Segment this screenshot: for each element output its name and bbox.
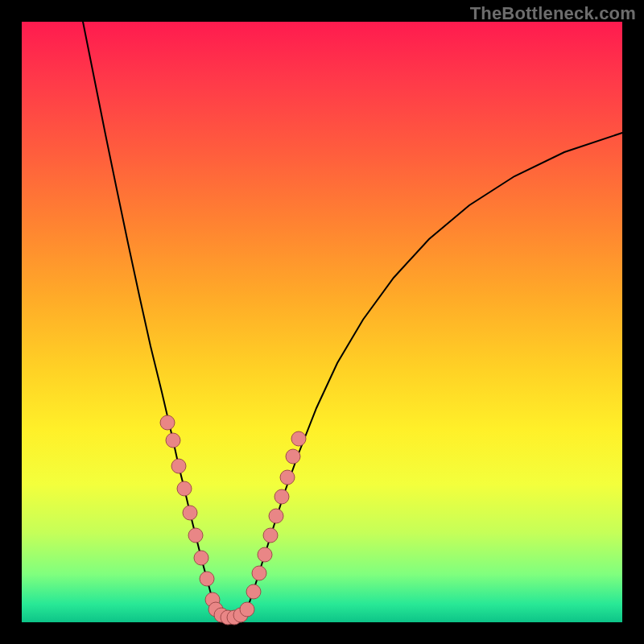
data-point bbox=[246, 584, 261, 599]
chart-stage: TheBottleneck.com bbox=[0, 0, 644, 644]
data-point bbox=[286, 449, 300, 464]
data-point bbox=[171, 459, 186, 473]
data-point bbox=[194, 551, 208, 565]
data-point bbox=[275, 489, 289, 504]
data-point bbox=[240, 602, 254, 617]
plot-area bbox=[22, 22, 622, 622]
data-point bbox=[280, 470, 295, 485]
data-point bbox=[252, 566, 266, 580]
data-point bbox=[188, 528, 203, 543]
data-point bbox=[258, 547, 272, 562]
data-points bbox=[160, 415, 306, 625]
data-point bbox=[269, 509, 283, 523]
data-point bbox=[183, 506, 197, 520]
data-point bbox=[166, 433, 180, 448]
chart-svg bbox=[22, 22, 622, 622]
bottleneck-curve bbox=[83, 22, 622, 617]
data-point bbox=[291, 431, 306, 446]
data-point bbox=[160, 415, 175, 430]
data-point bbox=[200, 572, 214, 586]
data-point bbox=[263, 528, 278, 543]
data-point bbox=[177, 481, 192, 496]
watermark-text: TheBottleneck.com bbox=[470, 3, 636, 24]
